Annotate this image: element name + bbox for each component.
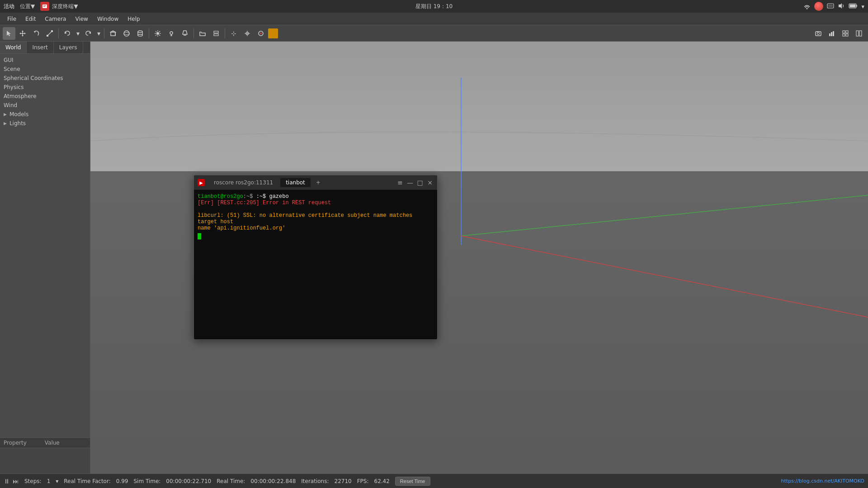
terminal-tab-roscore[interactable]: roscore ros2go:11311 [208,178,278,187]
align-btn[interactable]: ⊹ [227,27,240,40]
redo-btn[interactable] [82,27,94,40]
svg-line-37 [159,35,160,36]
tree-item-scene[interactable]: Scene [0,65,90,74]
tree-item-physics[interactable]: Physics [0,83,90,92]
terminal-controls: ≡ — □ × [396,179,434,186]
battery-icon[interactable] [849,3,858,10]
sun-light-btn[interactable] [151,27,164,40]
insert-tab[interactable]: Insert [27,42,53,53]
real-time-factor-value: 0.99 [116,478,128,484]
edit-menu[interactable]: Edit [22,14,39,23]
chart-view-btn[interactable] [826,27,838,40]
terminal-cursor-line [198,233,434,239]
help-menu[interactable]: Help [124,14,143,23]
svg-rect-58 [843,31,845,33]
terminal-close-btn[interactable]: × [426,179,434,186]
color-btn[interactable] [268,28,278,38]
translate-tool-btn[interactable] [16,27,29,40]
layers-tab[interactable]: Layers [54,42,83,53]
spot-light-btn[interactable] [179,27,191,40]
status-url[interactable]: https://blog.csdn.net/AKITOMOKO [781,478,864,484]
svg-marker-14 [19,33,21,34]
terminal-window: ▶ roscore ros2go:11311 tianbot + ≡ — □ ×… [193,175,438,340]
svg-marker-23 [111,31,115,32]
pause-btn[interactable]: ⏸ [4,478,10,485]
world-tab[interactable]: World [0,42,27,53]
volume-icon[interactable] [838,2,845,11]
tree-item-atmosphere[interactable]: Atmosphere [0,92,90,101]
svg-rect-55 [829,33,830,36]
terminal-menu-btn[interactable]: ≡ [396,179,404,186]
tree-item-spherical[interactable]: Spherical Coordinates [0,74,90,83]
svg-rect-54 [817,31,818,32]
view-menu[interactable]: View [71,14,91,23]
steps-arrow[interactable]: ▾ [56,478,58,484]
real-time-label: Real Time: [217,478,245,484]
undo-arrow-btn[interactable]: ▾ [75,27,81,40]
tree-item-models-label: Models [9,111,28,117]
rotate-tool-btn[interactable] [30,27,42,40]
tree-item-wind[interactable]: Wind [0,101,90,110]
terminal-content[interactable]: tianbot@ros2go:~$ :~$ gazebo [Err] [REST… [194,190,437,339]
terminal-add-tab[interactable]: + [312,178,324,187]
play-controls: ⏸ ⏭ [4,478,19,485]
svg-rect-46 [214,34,218,36]
record-btn[interactable] [255,27,267,40]
settings-icon[interactable]: ▾ [861,3,864,10]
open-folder-btn[interactable] [196,27,209,40]
svg-point-51 [260,33,262,34]
select-tool-btn[interactable] [3,27,15,40]
layers-panel-btn[interactable] [210,27,222,40]
sphere-btn[interactable] [120,27,133,40]
redo-arrow-btn[interactable]: ▾ [95,27,102,40]
panel-toggle-btn[interactable] [853,27,865,40]
toolbar: ▾ ▾ ⊹ [0,25,868,42]
undo-btn[interactable] [61,27,74,40]
real-time-value: 00:00:00:22.848 [250,478,296,484]
svg-point-30 [138,34,142,36]
activities-btn[interactable]: 活动 [4,3,14,10]
tree-item-gui[interactable]: GUI [0,56,90,65]
viewport[interactable]: ▶ roscore ros2go:11311 tianbot + ≡ — □ ×… [90,42,868,474]
user-avatar[interactable] [814,2,823,11]
svg-rect-9 [850,4,856,7]
property-panel: Property Value [0,437,90,474]
app-launcher[interactable]: 深度终端▼ [40,2,78,11]
terminal-maximize-btn[interactable]: □ [416,179,424,186]
svg-rect-63 [859,31,862,36]
window-menu[interactable]: Window [94,14,122,23]
point-light-btn[interactable] [165,27,178,40]
step-btn[interactable]: ⏭ [13,478,19,485]
position-btn[interactable]: 位置▼ [20,3,35,10]
svg-rect-22 [111,32,115,36]
sep2 [104,28,104,38]
tree-item-spherical-label: Spherical Coordinates [4,75,63,81]
connection-icon[interactable] [827,2,834,11]
grid-view-btn[interactable] [839,27,852,40]
svg-rect-57 [833,31,834,36]
sep5 [225,28,225,38]
tree-item-lights[interactable]: Lights [0,119,90,128]
reset-time-btn[interactable]: Reset Time [395,477,430,486]
terminal-minimize-btn[interactable]: — [406,179,414,186]
scale-tool-btn[interactable] [43,27,56,40]
svg-rect-59 [846,31,848,33]
svg-line-36 [156,31,156,32]
terminal-tab-tianbot[interactable]: tianbot [280,178,311,187]
svg-line-66 [461,236,868,317]
tree-item-lights-label: Lights [9,120,26,127]
tree-item-physics-label: Physics [4,84,24,90]
cylinder-btn[interactable] [134,27,146,40]
box-btn[interactable] [107,27,119,40]
file-menu[interactable]: File [4,14,20,23]
network-icon[interactable] [803,2,811,11]
camera-menu[interactable]: Camera [41,14,70,23]
snap-btn[interactable] [241,27,254,40]
sim-time-label: Sim Time: [133,478,160,484]
sep1 [58,28,59,38]
sim-time-value: 00:00:00:22.710 [166,478,211,484]
app-icon [40,2,49,11]
screenshot-btn[interactable] [812,27,825,40]
app-title[interactable]: 深度终端▼ [52,3,78,10]
tree-item-models[interactable]: Models [0,110,90,119]
